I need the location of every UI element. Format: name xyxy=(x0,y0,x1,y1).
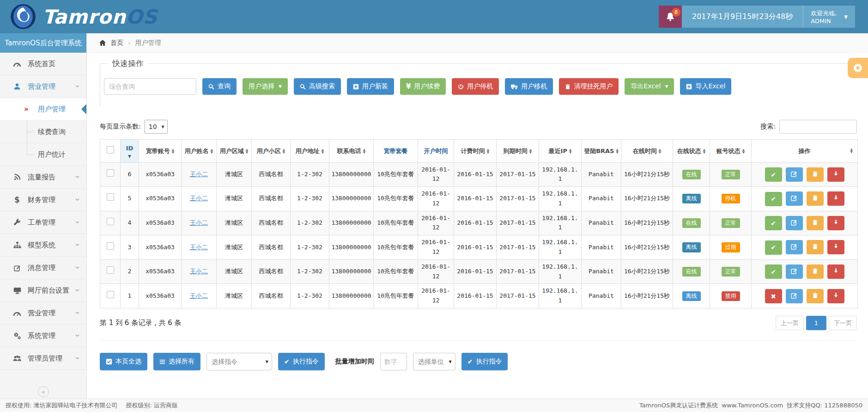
column-header-link[interactable]: 开户时间 xyxy=(418,140,454,163)
sidebar-item-11[interactable]: 管理员管理 xyxy=(0,347,86,370)
row-checkbox[interactable] xyxy=(107,266,114,274)
column-header[interactable]: 用户姓名▲▼ xyxy=(182,140,217,163)
select-page-button[interactable]: 本页全选 xyxy=(100,353,147,370)
enable-user-button[interactable]: ✔ xyxy=(765,192,782,206)
column-header[interactable]: 联系电话▲▼ xyxy=(329,140,374,163)
enable-user-button[interactable]: ✔ xyxy=(765,264,782,279)
sidebar-item-9[interactable]: 营业管理 xyxy=(0,302,86,325)
disable-user-button[interactable]: ✖ xyxy=(765,289,782,303)
download-user-button[interactable] xyxy=(827,216,844,230)
table-search-input[interactable] xyxy=(779,120,857,134)
toolbar-button[interactable]: 导入Excel xyxy=(680,78,731,95)
column-header[interactable]: 登陆BRAS▲▼ xyxy=(582,140,621,163)
sidebar-subitem[interactable]: 用户统计 xyxy=(0,143,86,166)
next-page-button[interactable]: 下一页 xyxy=(829,316,857,330)
sidebar-item-1[interactable]: 系统首页 xyxy=(0,53,86,75)
toolbar-button[interactable]: 用户停机 xyxy=(452,78,499,95)
enable-user-button[interactable]: ✔ xyxy=(765,240,782,255)
select-all-button[interactable]: 选择所有 xyxy=(153,353,200,370)
combined-query-input[interactable] xyxy=(104,78,196,95)
current-page-button[interactable]: 1 xyxy=(806,316,826,330)
delete-user-button[interactable] xyxy=(807,289,824,303)
sidebar-item-10[interactable]: 系统管理 xyxy=(0,325,86,347)
toolbar-button[interactable]: 用户移机 xyxy=(505,78,553,95)
user-name-link[interactable]: 王小二 xyxy=(190,244,208,251)
toolbar-button[interactable]: 用户选择▼ xyxy=(243,78,288,95)
sidebar-subitem[interactable]: »用户管理 xyxy=(0,98,86,121)
user-menu[interactable]: 欢迎光临, ADMIN ▼ xyxy=(803,6,855,28)
sidebar-item-5[interactable]: 工单管理 xyxy=(0,211,86,234)
row-checkbox[interactable] xyxy=(107,169,114,177)
edit-user-button[interactable] xyxy=(786,216,803,230)
download-user-button[interactable] xyxy=(827,191,844,206)
sidebar-subitem[interactable]: 续费查询 xyxy=(0,121,86,143)
user-name-link[interactable]: 王小二 xyxy=(190,292,208,299)
column-header[interactable]: 账号状态▲▼ xyxy=(710,140,752,163)
edit-user-button[interactable] xyxy=(786,289,803,303)
column-header[interactable]: 宽带账号▲▼ xyxy=(139,140,182,163)
user-name-link[interactable]: 王小二 xyxy=(190,219,208,226)
execute-command-button[interactable]: ✔ 执行指令 xyxy=(278,353,325,370)
row-checkbox[interactable] xyxy=(107,193,114,201)
execute-batch-time-button[interactable]: ✔ 执行指令 xyxy=(461,353,508,370)
column-header[interactable]: 用户地址▲▼ xyxy=(291,140,329,163)
prev-page-button[interactable]: 上一页 xyxy=(776,316,804,330)
sidebar-collapse-button[interactable]: « xyxy=(38,386,49,397)
column-header-sorted[interactable]: ID▼ xyxy=(121,140,139,163)
toolbar-button[interactable]: 高级搜索 xyxy=(294,78,341,95)
notifications-button[interactable]: 8 xyxy=(659,6,682,28)
toolbar-button[interactable]: 用户新装 xyxy=(347,78,394,95)
download-user-button[interactable] xyxy=(827,264,844,279)
row-checkbox[interactable] xyxy=(107,291,114,298)
user-name-link[interactable]: 王小二 xyxy=(190,268,208,275)
page-size-select[interactable]: 10 xyxy=(145,120,168,134)
delete-user-button[interactable] xyxy=(807,167,824,182)
home-icon[interactable] xyxy=(99,39,106,47)
delete-user-button[interactable] xyxy=(807,216,824,230)
delete-user-button[interactable] xyxy=(807,264,824,279)
download-user-button[interactable] xyxy=(827,167,844,182)
column-header[interactable]: 操作▲▼ xyxy=(752,140,858,163)
column-header-link[interactable]: 宽带套餐 xyxy=(374,140,418,163)
toolbar-button[interactable]: ¥用户续费 xyxy=(400,78,446,95)
settings-tab-button[interactable] xyxy=(848,58,868,78)
delete-user-button[interactable] xyxy=(807,191,824,206)
sidebar-item-3[interactable]: 流量报告 xyxy=(0,166,86,189)
batch-number-input[interactable] xyxy=(380,353,407,370)
command-select[interactable]: 选择指令 xyxy=(206,353,272,370)
user-name-link[interactable]: 王小二 xyxy=(190,195,208,202)
sort-icon: ▲▼ xyxy=(487,148,489,154)
sidebar-item-6[interactable]: 模型系统 xyxy=(0,234,86,257)
column-header[interactable]: 到期时间▲▼ xyxy=(497,140,539,163)
column-header[interactable]: 用户小区▲▼ xyxy=(252,140,291,163)
download-user-button[interactable] xyxy=(827,240,844,254)
sidebar-item-7[interactable]: 消息管理 xyxy=(0,257,86,279)
cell-bras: Panabit xyxy=(582,187,621,211)
delete-user-button[interactable] xyxy=(807,240,824,254)
column-header[interactable]: 最近IP▲▼ xyxy=(539,140,582,163)
enable-user-button[interactable]: ✔ xyxy=(765,216,782,230)
column-header[interactable]: 在线时间▲▼ xyxy=(621,140,673,163)
download-user-button[interactable] xyxy=(827,289,844,303)
row-checkbox[interactable] xyxy=(107,218,114,225)
column-header[interactable]: 在线状态▲▼ xyxy=(673,140,710,163)
column-header[interactable]: 计费时间▲▼ xyxy=(454,140,497,163)
user-name-link[interactable]: 王小二 xyxy=(190,171,208,178)
edit-user-button[interactable] xyxy=(786,240,803,254)
edit-user-button[interactable] xyxy=(786,264,803,279)
unit-select[interactable]: 选择单位 xyxy=(413,353,455,370)
enable-user-button[interactable]: ✔ xyxy=(765,167,782,182)
row-checkbox[interactable] xyxy=(107,242,114,250)
sidebar-item-8[interactable]: 网厅前台设置 xyxy=(0,279,86,302)
edit-user-button[interactable] xyxy=(786,167,803,182)
toolbar-button[interactable]: 清理挂死用户 xyxy=(559,78,619,95)
column-label: 用户地址 xyxy=(296,148,320,154)
toolbar-button[interactable]: 导出Excel▼ xyxy=(625,78,674,95)
sidebar-item-2[interactable]: 营业管理 xyxy=(0,75,86,98)
column-header[interactable]: 用户区域▲▼ xyxy=(217,140,252,163)
header-checkbox[interactable] xyxy=(107,146,114,154)
toolbar-button[interactable]: 查询 xyxy=(202,78,237,95)
edit-user-button[interactable] xyxy=(786,191,803,206)
breadcrumb-home[interactable]: 首页 xyxy=(110,39,123,47)
sidebar-item-4[interactable]: $财务管理 xyxy=(0,189,86,211)
